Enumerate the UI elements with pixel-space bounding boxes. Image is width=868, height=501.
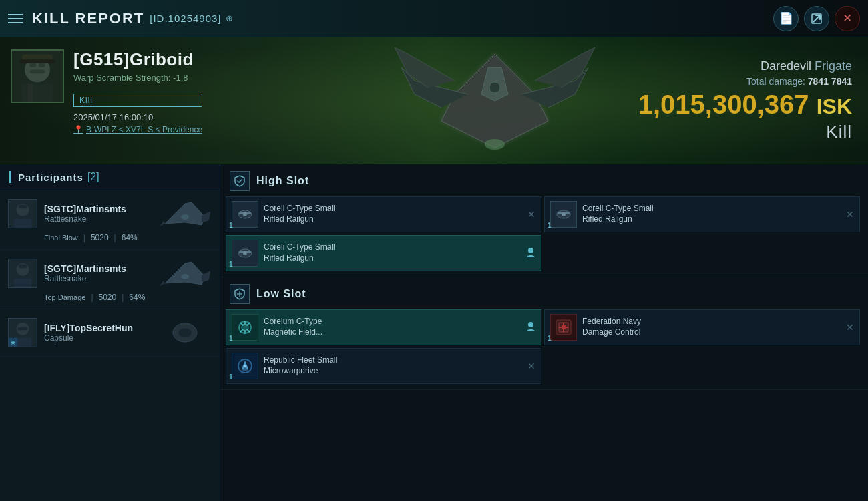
hero-info: [G515]Griboid Warp Scramble Strength: -1… — [73, 49, 202, 134]
participant-top: [SGTC]Martinsmts Rattlesnake — [8, 257, 212, 290]
participant-ship: Rattlesnake — [44, 214, 152, 224]
svg-rect-14 — [14, 219, 32, 228]
slot-item[interactable]: 1 Federation NavyDamage Control ✕ — [544, 309, 860, 345]
export-button[interactable] — [804, 6, 829, 31]
svg-rect-7 — [19, 59, 55, 63]
percent-stat: 64% — [122, 233, 138, 242]
svg-rect-19 — [14, 279, 32, 287]
high-slot-title: High Slot — [256, 175, 309, 187]
low-slot-section: Low Slot 1 Corelum C-TypeMagnetic Field — [220, 277, 868, 390]
avatar: ★ — [8, 318, 37, 347]
hero-left: [G515]Griboid Warp Scramble Strength: -1… — [0, 37, 213, 164]
svg-rect-54 — [562, 325, 566, 329]
slot-item[interactable]: 1 Corelum C-TypeMagnetic Field... — [226, 309, 541, 345]
high-slot-section: High Slot 1 Coreli C-Type SmallRifled R — [220, 164, 868, 277]
isk-value: 1,015,300,367 ISK — [638, 90, 852, 119]
slot-item[interactable]: 1 Coreli C-Type SmallRifled Railgun ✕ — [544, 196, 860, 232]
svg-text:★: ★ — [10, 339, 16, 346]
document-button[interactable]: 📄 — [773, 6, 799, 31]
slot-item[interactable]: 1 Republic Fleet SmallMicrowarpdrive ✕ — [226, 348, 541, 384]
ship-display — [330, 37, 660, 164]
page-title: KILL REPORT — [32, 10, 144, 27]
svg-rect-25 — [17, 327, 27, 330]
svg-point-33 — [243, 212, 247, 216]
location-pin-icon: 📍 — [73, 125, 83, 134]
svg-point-57 — [242, 368, 248, 371]
svg-point-21 — [181, 274, 189, 279]
kill-location[interactable]: 📍 B-WPLZ < XV7L-S < Providence — [73, 125, 202, 134]
close-icon[interactable]: ✕ — [846, 322, 854, 333]
participant-top: ★ [IFLY]TopSecretHun Capsule — [8, 316, 212, 349]
close-icon[interactable]: ✕ — [527, 209, 535, 220]
svg-point-48 — [528, 322, 533, 327]
participant-info: [IFLY]TopSecretHun Capsule — [44, 323, 152, 343]
item-name: Federation NavyDamage Control — [582, 317, 841, 337]
item-icon — [232, 314, 258, 341]
left-panel: Participants [2] [SGTC]Martin — [0, 164, 220, 501]
svg-point-37 — [562, 212, 566, 216]
participant-stats: Top Damage | 5020 | 64% — [8, 293, 212, 302]
item-name: Corelum C-TypeMagnetic Field... — [264, 317, 521, 337]
slot-item[interactable]: 1 Coreli C-Type SmallRifled Railgun ✕ — [226, 196, 541, 232]
item-name: Coreli C-Type SmallRifled Railgun — [264, 242, 521, 263]
avatar — [8, 259, 37, 288]
participant-name: [IFLY]TopSecretHun — [44, 323, 152, 333]
item-qty: 1 — [548, 222, 552, 229]
hero-banner: [G515]Griboid Warp Scramble Strength: -1… — [0, 37, 868, 164]
svg-rect-15 — [19, 205, 26, 209]
damage-stat: 5020 — [91, 233, 109, 242]
svg-rect-20 — [19, 265, 26, 269]
svg-rect-9 — [28, 84, 33, 102]
slot-shield-icon — [230, 171, 250, 191]
ship-icon — [158, 257, 212, 290]
slot-item[interactable]: 1 Coreli C-Type SmallRifled Railgun — [226, 235, 541, 271]
item-name: Coreli C-Type SmallRifled Railgun — [264, 204, 522, 224]
list-item[interactable]: [SGTC]Martinsmts Rattlesnake Final Blow — [0, 190, 220, 250]
percent-stat: 64% — [129, 293, 145, 302]
item-icon — [232, 240, 258, 267]
participant-name: [SGTC]Martinsmts — [44, 204, 152, 214]
item-icon — [550, 314, 577, 341]
item-icon — [232, 201, 258, 228]
warp-scramble: Warp Scramble Strength: -1.8 — [73, 73, 202, 83]
close-icon[interactable]: ✕ — [527, 361, 535, 371]
ship-name-display: Daredevil Frigate — [761, 59, 852, 73]
list-item[interactable]: ★ [IFLY]TopSecretHun Capsule — [0, 309, 220, 357]
item-qty: 1 — [229, 373, 233, 381]
item-icon — [550, 201, 577, 228]
svg-point-41 — [243, 251, 247, 255]
total-damage-value: 7841 — [808, 76, 829, 87]
ship-name: Daredevil — [761, 59, 811, 73]
item-qty: 1 — [229, 222, 233, 229]
item-icon — [232, 353, 258, 379]
participant-name: [SGTC]Martinsmts — [44, 263, 152, 274]
header-bar — [9, 171, 11, 183]
participants-count: [2] — [87, 171, 99, 183]
close-button[interactable]: ✕ — [835, 6, 860, 31]
item-qty: 1 — [548, 335, 552, 342]
avatar-placeholder — [12, 51, 63, 102]
ship-icon — [158, 316, 212, 349]
person-icon — [526, 321, 535, 334]
high-slot-header: High Slot — [220, 164, 868, 196]
hero-right: Daredevil Frigate Total damage: 7841 784… — [622, 37, 868, 164]
person-icon — [526, 247, 535, 260]
item-qty: 1 — [229, 335, 233, 342]
kill-badge: Kill — [73, 94, 202, 107]
total-damage-num: 7841 — [831, 76, 852, 87]
list-item[interactable]: [SGTC]Martinsmts Rattlesnake Top Damage — [0, 250, 220, 309]
participant-stats: Final Blow | 5020 | 64% — [8, 233, 212, 242]
participants-title: Participants — [18, 172, 83, 183]
right-panel: High Slot 1 Coreli C-Type SmallRifled R — [220, 164, 868, 501]
copy-icon[interactable]: ⊕ — [226, 13, 233, 23]
svg-rect-8 — [21, 84, 53, 102]
svg-point-16 — [181, 214, 189, 220]
ship-class-label: Frigate — [815, 59, 852, 73]
avatar — [11, 49, 64, 103]
menu-icon[interactable] — [8, 14, 23, 23]
svg-rect-5 — [30, 70, 45, 74]
slot-shield-icon — [230, 284, 250, 304]
close-icon[interactable]: ✕ — [846, 209, 854, 220]
kill-id: [ID:10254903] — [150, 13, 221, 24]
avatar — [8, 199, 37, 228]
